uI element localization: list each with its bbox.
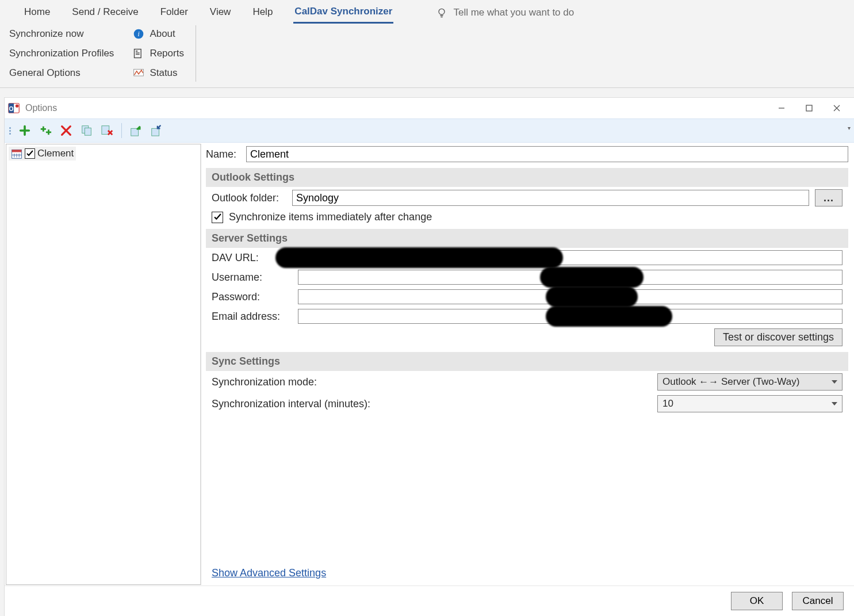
- ribbon-cmd-reports[interactable]: Reports: [132, 46, 184, 61]
- ribbon-cmd-status-label: Status: [150, 67, 177, 79]
- svg-rect-5: [136, 52, 140, 53]
- svg-rect-6: [136, 54, 140, 55]
- ribbon-cmd-sync-now-label: Synchronize now: [9, 28, 83, 40]
- ribbon-cmd-about-label: About: [150, 28, 175, 40]
- svg-rect-3: [135, 49, 141, 58]
- svg-rect-4: [136, 51, 137, 52]
- ribbon-cmd-profiles[interactable]: Synchronization Profiles: [9, 46, 114, 61]
- bulb-icon: [436, 7, 447, 18]
- ribbon-separator: [196, 25, 196, 82]
- ribbon-cmd-about[interactable]: i About: [132, 26, 184, 41]
- ribbon-tab-sendrecv[interactable]: Send / Receive: [71, 3, 139, 22]
- ribbon-cmd-reports-label: Reports: [150, 48, 184, 59]
- reports-icon: [132, 47, 145, 60]
- info-icon: i: [132, 28, 145, 40]
- ribbon-cmd-general[interactable]: General Options: [9, 66, 114, 81]
- status-icon: [132, 67, 145, 79]
- ribbon-tab-help[interactable]: Help: [251, 3, 274, 22]
- ribbon-cmd-general-label: General Options: [9, 67, 81, 79]
- tell-me[interactable]: Tell me what you want to do: [436, 7, 574, 18]
- ribbon-group-info: i About Reports Status: [123, 25, 193, 82]
- ribbon-tab-view[interactable]: View: [209, 3, 232, 22]
- svg-text:i: i: [138, 30, 140, 38]
- ribbon-tab-folder[interactable]: Folder: [159, 3, 189, 22]
- svg-point-0: [439, 9, 445, 14]
- ribbon-tab-home[interactable]: Home: [23, 3, 51, 22]
- ribbon-tabs: Home Send / Receive Folder View Help Cal…: [0, 0, 854, 23]
- ribbon-cmd-profiles-label: Synchronization Profiles: [9, 48, 114, 59]
- ribbon-tab-caldav[interactable]: CalDav Synchronizer: [293, 2, 393, 24]
- ribbon-cmd-status[interactable]: Status: [132, 66, 184, 81]
- ribbon-cmd-sync-now[interactable]: Synchronize now: [9, 26, 114, 41]
- ribbon-body: Synchronize now Synchronization Profiles…: [0, 23, 854, 88]
- ribbon-group-sync: Synchronize now Synchronization Profiles…: [0, 25, 123, 82]
- tell-me-text: Tell me what you want to do: [453, 7, 574, 18]
